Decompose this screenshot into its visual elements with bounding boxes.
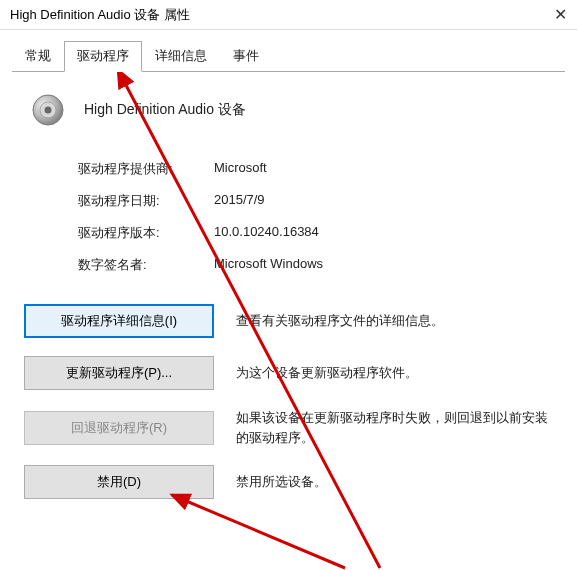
speaker-icon: [30, 92, 66, 128]
signer-label: 数字签名者:: [78, 256, 214, 274]
close-icon[interactable]: ✕: [527, 7, 567, 23]
date-label: 驱动程序日期:: [78, 192, 214, 210]
rollback-driver-desc: 如果该设备在更新驱动程序时失败，则回退到以前安装的驱动程序。: [236, 408, 553, 447]
signer-value: Microsoft Windows: [214, 256, 323, 274]
action-details: 驱动程序详细信息(I) 查看有关驱动程序文件的详细信息。: [24, 304, 553, 338]
tab-events[interactable]: 事件: [220, 41, 272, 72]
tab-general[interactable]: 常规: [12, 41, 64, 72]
date-value: 2015/7/9: [214, 192, 265, 210]
tab-strip: 常规 驱动程序 详细信息 事件: [0, 30, 577, 71]
device-header: High Definition Audio 设备: [30, 92, 553, 128]
svg-point-2: [45, 107, 52, 114]
driver-info: 驱动程序提供商: Microsoft 驱动程序日期: 2015/7/9 驱动程序…: [78, 160, 553, 274]
action-disable: 禁用(D) 禁用所选设备。: [24, 465, 553, 499]
tab-details[interactable]: 详细信息: [142, 41, 220, 72]
disable-desc: 禁用所选设备。: [236, 472, 553, 492]
provider-label: 驱动程序提供商:: [78, 160, 214, 178]
svg-line-5: [172, 495, 345, 568]
version-value: 10.0.10240.16384: [214, 224, 319, 242]
update-driver-button[interactable]: 更新驱动程序(P)...: [24, 356, 214, 390]
titlebar: High Definition Audio 设备 属性 ✕: [0, 0, 577, 30]
provider-value: Microsoft: [214, 160, 267, 178]
disable-button[interactable]: 禁用(D): [24, 465, 214, 499]
action-rollback: 回退驱动程序(R) 如果该设备在更新驱动程序时失败，则回退到以前安装的驱动程序。: [24, 408, 553, 447]
tab-panel-driver: High Definition Audio 设备 驱动程序提供商: Micros…: [0, 72, 577, 499]
driver-details-button[interactable]: 驱动程序详细信息(I): [24, 304, 214, 338]
window-title: High Definition Audio 设备 属性: [10, 6, 190, 24]
device-name: High Definition Audio 设备: [84, 101, 246, 119]
update-driver-desc: 为这个设备更新驱动程序软件。: [236, 363, 553, 383]
tab-driver[interactable]: 驱动程序: [64, 41, 142, 72]
version-label: 驱动程序版本:: [78, 224, 214, 242]
rollback-driver-button: 回退驱动程序(R): [24, 411, 214, 445]
action-update: 更新驱动程序(P)... 为这个设备更新驱动程序软件。: [24, 356, 553, 390]
driver-details-desc: 查看有关驱动程序文件的详细信息。: [236, 311, 553, 331]
